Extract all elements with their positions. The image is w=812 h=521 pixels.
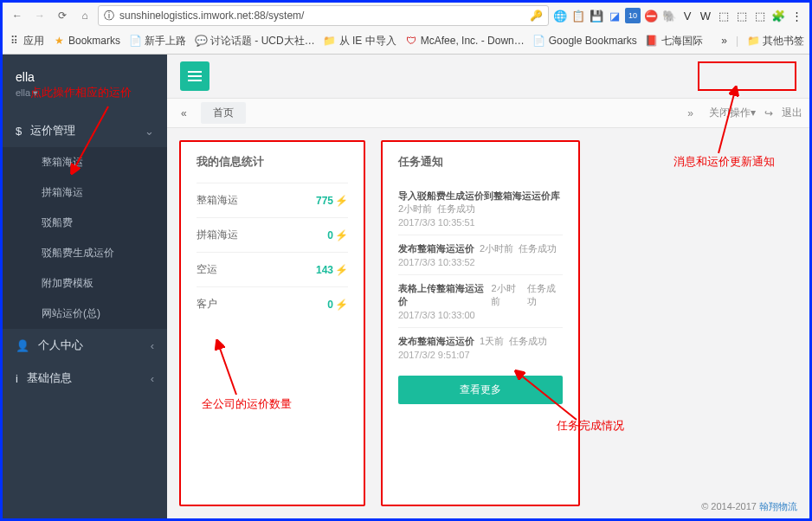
- bolt-icon: ⚡: [335, 299, 348, 311]
- bolt-icon: ⚡: [335, 195, 348, 207]
- notice-text: 导入驳船费生成运价到整箱海运运价库: [398, 190, 560, 201]
- notice-item: 表格上传整箱海运运价2小时前任务成功 2017/3/3 10:33:00: [398, 274, 563, 327]
- user-name: ella: [16, 70, 154, 84]
- menu-personal[interactable]: 👤 个人中心 ‹: [3, 329, 167, 362]
- exit-button[interactable]: 退出: [782, 106, 802, 120]
- notice-status: 任务成功: [437, 203, 475, 215]
- tab-close-menu[interactable]: 关闭操作▾: [709, 106, 756, 120]
- chevron-down-icon: ⌄: [145, 125, 154, 138]
- apps-shortcut[interactable]: ⠿应用: [8, 34, 44, 48]
- notice-ago: 1天前: [480, 335, 504, 348]
- notice-item: 导入驳船费生成运价到整箱海运运价库 2小时前 任务成功 2017/3/3 10:…: [398, 183, 563, 235]
- stat-value: 0: [327, 229, 333, 241]
- bookmarks-bar: ⠿应用 ★Bookmarks 📄新手上路 💬讨论话题 - UCD大社… 📁从 I…: [3, 29, 809, 53]
- footer: © 2014-2017 翰翔物流: [701, 500, 797, 513]
- stat-value: 775: [316, 195, 333, 207]
- ext-icon[interactable]: 10: [625, 8, 641, 23]
- menu-rate-management[interactable]: $ 运价管理 ⌄: [3, 114, 167, 147]
- bookmark-item[interactable]: 📄新手上路: [129, 34, 186, 48]
- stat-label: 空运: [197, 262, 217, 277]
- extension-icons: 🌐 📋 💾 ◪ 10 ⛔ 🐘 V W ⬚ ⬚ ⬚ 🧩 ⋮: [552, 8, 804, 23]
- menu-label: 运价管理: [30, 123, 75, 138]
- ext-icon[interactable]: 📋: [570, 8, 586, 23]
- ext-icon[interactable]: ⛔: [643, 8, 659, 23]
- menu-icon[interactable]: ⋮: [789, 8, 804, 23]
- url-input[interactable]: [119, 10, 525, 22]
- ext-icon[interactable]: W: [698, 8, 713, 23]
- menu-label: 基础信息: [27, 370, 72, 386]
- main-area: « 首页 » 关闭操作▾ ↪ 退出 我的信息统计 整箱海运 775⚡: [167, 55, 809, 518]
- ext-icon[interactable]: V: [680, 8, 695, 23]
- tab-first-button[interactable]: «: [174, 105, 194, 122]
- ext-icon[interactable]: 🌐: [552, 8, 568, 23]
- sidebar-item-surcharge[interactable]: 附加费模板: [3, 268, 167, 299]
- ext-icon[interactable]: 💾: [589, 8, 604, 23]
- bookmark-chevron[interactable]: »: [721, 35, 727, 47]
- stats-title: 我的信息统计: [197, 154, 348, 170]
- notification-area[interactable]: [698, 61, 796, 91]
- hamburger-button[interactable]: [180, 61, 209, 91]
- footer-link[interactable]: 翰翔物流: [759, 501, 797, 511]
- user-icon: 👤: [16, 339, 29, 352]
- stat-row: 空运 143⚡: [197, 252, 348, 286]
- sidebar-item-barge[interactable]: 驳船费: [3, 208, 167, 238]
- key-icon[interactable]: 🔑: [530, 10, 543, 22]
- ext-icon[interactable]: 🐘: [661, 8, 677, 23]
- ext-icon[interactable]: ⬚: [716, 8, 731, 23]
- notice-time: 2017/3/3 10:33:52: [398, 257, 563, 267]
- exit-icon: ↪: [764, 107, 773, 119]
- stat-row: 拼箱海运 0⚡: [197, 217, 348, 252]
- other-bookmarks[interactable]: 📁其他书签: [747, 34, 804, 48]
- menu-label: 个人中心: [38, 338, 83, 353]
- sidebar: ella ella ▾ $ 运价管理 ⌄ 整箱海运 拼箱海运 驳船费 驳船费生成…: [3, 55, 167, 518]
- ext-icon[interactable]: ⬚: [752, 8, 768, 23]
- menu-info[interactable]: i 基础信息 ‹: [3, 362, 167, 395]
- reload-button[interactable]: ⟳: [53, 6, 72, 25]
- bookmark-item[interactable]: ★Bookmarks: [53, 35, 120, 47]
- stat-value: 143: [316, 264, 333, 276]
- notice-text: 表格上传整箱海运运价: [398, 282, 486, 308]
- tab-next-button[interactable]: »: [680, 105, 700, 122]
- sidebar-item-fcl[interactable]: 整箱海运: [3, 147, 167, 177]
- user-dropdown[interactable]: ella ▾: [16, 87, 154, 99]
- stat-row: 客户 0⚡: [197, 286, 348, 321]
- ext-icon[interactable]: 🧩: [770, 8, 786, 23]
- stat-label: 整箱海运: [197, 193, 238, 208]
- stat-row: 整箱海运 775⚡: [197, 183, 348, 217]
- bookmark-item[interactable]: 📕七海国际: [646, 34, 703, 48]
- stat-label: 拼箱海运: [197, 228, 238, 242]
- stats-panel: 我的信息统计 整箱海运 775⚡ 拼箱海运 0⚡ 空运 143⚡ 客户: [179, 140, 365, 506]
- info-icon: i: [16, 372, 18, 385]
- ext-icon[interactable]: ◪: [607, 8, 622, 23]
- chevron-left-icon: ‹: [151, 372, 154, 385]
- sidebar-item-lcl[interactable]: 拼箱海运: [3, 177, 167, 208]
- notice-panel: 任务通知 导入驳船费生成运价到整箱海运运价库 2小时前 任务成功 2017/3/…: [381, 140, 580, 506]
- tab-home[interactable]: 首页: [201, 102, 246, 124]
- copyright: © 2014-2017: [701, 501, 759, 511]
- tabbar: « 首页 » 关闭操作▾ ↪ 退出: [167, 98, 809, 128]
- stat-value: 0: [327, 299, 333, 311]
- notice-ago: 2小时前: [398, 203, 432, 215]
- chevron-left-icon: ‹: [151, 339, 154, 352]
- bookmark-item[interactable]: 📄Google Bookmarks: [533, 35, 637, 47]
- forward-button[interactable]: →: [30, 6, 49, 25]
- ext-icon[interactable]: ⬚: [734, 8, 750, 23]
- bookmark-folder[interactable]: 📁从 IE 中导入: [324, 34, 396, 48]
- sidebar-item-barge-gen[interactable]: 驳船费生成运价: [3, 238, 167, 268]
- notice-status: 任务成功: [519, 242, 557, 255]
- home-button[interactable]: ⌂: [75, 6, 94, 25]
- notice-item: 发布整箱海运运价2小时前任务成功 2017/3/3 10:33:52: [398, 235, 563, 274]
- view-more-button[interactable]: 查看更多: [398, 376, 563, 404]
- back-button[interactable]: ←: [8, 6, 27, 25]
- browser-chrome: ← → ⟳ ⌂ ⓘ 🔑 🌐 📋 💾 ◪ 10 ⛔ 🐘 V W ⬚ ⬚: [3, 3, 809, 55]
- bookmark-item[interactable]: 💬讨论话题 - UCD大社…: [195, 34, 315, 48]
- user-block: ella ella ▾: [3, 55, 167, 114]
- address-bar[interactable]: ⓘ 🔑: [98, 5, 549, 26]
- topbar: [167, 55, 809, 98]
- bolt-icon: ⚡: [335, 264, 348, 276]
- notice-time: 2017/3/3 10:35:51: [398, 217, 563, 228]
- site-info-icon[interactable]: ⓘ: [104, 9, 114, 23]
- sidebar-item-site-rate[interactable]: 网站运价(总): [3, 299, 167, 329]
- bookmark-item[interactable]: 🛡McAfee, Inc. - Down…: [405, 35, 525, 47]
- hamburger-icon: [188, 71, 202, 81]
